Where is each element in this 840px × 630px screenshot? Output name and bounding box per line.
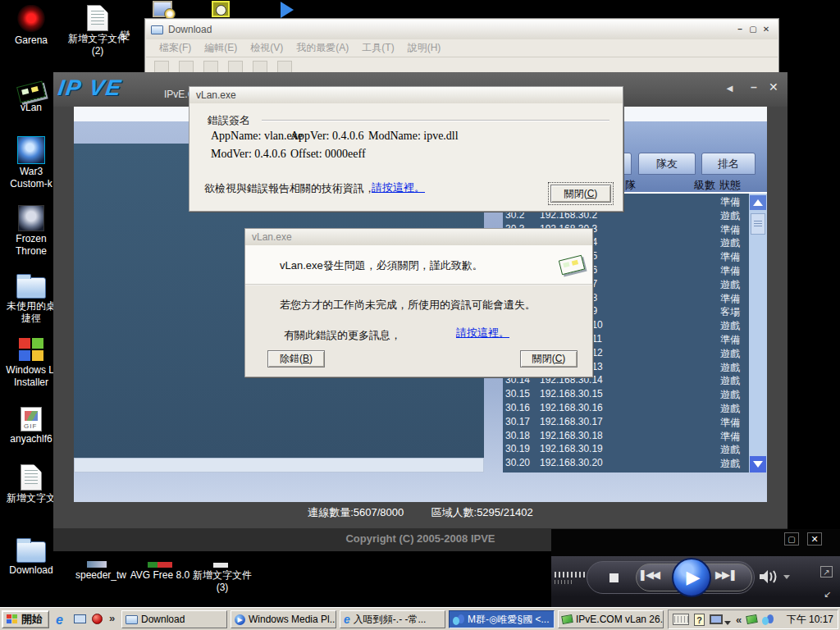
- menu-item[interactable]: 工具(T): [355, 39, 400, 57]
- scroll-thumb[interactable]: [751, 213, 765, 235]
- task-button-msn[interactable]: M群-◎唯愛§國 <...: [449, 610, 555, 628]
- tab-teammates[interactable]: 隊友: [638, 153, 696, 175]
- task-button-folder[interactable]: Download: [121, 610, 227, 628]
- desktop-icon-scheduled-task[interactable]: [212, 1, 230, 17]
- table-row[interactable]: 30.16192.168.30.16遊戲: [503, 402, 767, 415]
- avg-icon-sliver[interactable]: [148, 562, 172, 568]
- wmp-control-bar: ❚◀◀ ▶ ▶▶❚ ↗ ↙: [551, 556, 840, 607]
- table-row[interactable]: 30.17192.168.30.17準備: [503, 416, 767, 429]
- close-button[interactable]: ✕: [807, 532, 822, 546]
- menu-item[interactable]: 檢視(V): [244, 39, 290, 57]
- scroll-down-button[interactable]: [750, 456, 766, 472]
- desktop-icon-new-text-doc[interactable]: 新增文字文: [4, 461, 58, 504]
- messenger-tray-icon[interactable]: [762, 614, 774, 625]
- back-arrow-button[interactable]: ◄: [724, 82, 735, 94]
- download-folder-icon: [4, 533, 58, 563]
- scroll-up-button[interactable]: [750, 195, 766, 210]
- toolbar-button[interactable]: [154, 61, 169, 73]
- previous-button[interactable]: ❚◀◀: [638, 568, 659, 581]
- close-dialog-button[interactable]: 關閉(C): [520, 350, 578, 368]
- task-button-wmp[interactable]: ▶Windows Media Pl...: [231, 610, 336, 628]
- display-icon[interactable]: [710, 614, 723, 624]
- desktop-icon-war3[interactable]: War3 Custom-k: [4, 135, 58, 190]
- stop-button[interactable]: [609, 573, 619, 582]
- download-window-title: Download: [168, 24, 733, 35]
- minimize-button[interactable]: –: [733, 24, 746, 35]
- cell-ip: 192.168.30.19: [540, 443, 603, 454]
- maximize-button[interactable]: ▢: [784, 532, 799, 546]
- desktop-icon-speeder-tw[interactable]: speeder_tw: [71, 568, 131, 582]
- help-icon[interactable]: ?: [694, 614, 705, 626]
- table-row[interactable]: 30.18192.168.30.18準備: [503, 430, 767, 443]
- close-button[interactable]: ✕: [760, 24, 773, 35]
- dialog-titlebar[interactable]: vLan.exe: [189, 87, 623, 103]
- click-here-link[interactable]: 請按這裡。: [372, 180, 425, 195]
- desktop-icon-unused-shortcuts[interactable]: 未使用的桌 捷徑: [4, 269, 58, 325]
- resize-handle-icon[interactable]: ↙: [824, 589, 831, 600]
- desktop-icon-download-folder[interactable]: Download: [4, 533, 58, 577]
- toolbar-button[interactable]: [277, 61, 292, 73]
- desktop-icon-garena[interactable]: Garena: [4, 3, 58, 47]
- cell-ip: 192.168.30.16: [540, 402, 603, 413]
- task-label: 入唔到頻-.- -常...: [354, 613, 427, 627]
- debug-button[interactable]: 除錯(B): [267, 350, 325, 368]
- desktop-icon-label: 新增文字文件 (2): [68, 33, 127, 57]
- equalizer-icon-small: [555, 580, 574, 584]
- close-dialog-button[interactable]: 關閉(C): [550, 185, 611, 203]
- task-button-ie[interactable]: e入唔到頻-.- -常...: [340, 610, 445, 628]
- toolbar-button[interactable]: [228, 61, 243, 73]
- speeder-icon-sliver[interactable]: [87, 561, 107, 568]
- desktop-icon-label: Frozen Throne: [4, 233, 58, 258]
- desktop-icon-new-text-doc-2[interactable]: 新增文字文件 (2): [68, 2, 127, 57]
- tab-ranking[interactable]: 排名: [701, 153, 756, 175]
- tray-chevron[interactable]: «: [736, 614, 742, 626]
- toolbar-button[interactable]: [203, 61, 218, 73]
- desktop-icon-program[interactable]: [153, 1, 172, 17]
- quicklaunch-media-icon[interactable]: [92, 614, 103, 624]
- dialog-titlebar[interactable]: vLan.exe: [245, 229, 592, 245]
- click-here-link[interactable]: 請按這裡。: [456, 326, 509, 340]
- toolbar-button[interactable]: [253, 61, 267, 73]
- keyboard-icon[interactable]: [673, 614, 689, 625]
- menu-item[interactable]: 我的最愛(A): [290, 39, 355, 57]
- close-button[interactable]: ✕: [769, 80, 778, 94]
- garena-icon: [4, 3, 58, 33]
- volume-icon[interactable]: [758, 568, 779, 586]
- next-button[interactable]: ▶▶❚: [715, 568, 736, 581]
- desktop-icon-avg-free[interactable]: AVG Free 8.0: [130, 568, 190, 582]
- desktop-icon-label: 未使用的桌 捷徑: [4, 300, 58, 325]
- desktop-icon-windows-installer[interactable]: Windows Li Installer: [4, 333, 58, 389]
- cell-status: 客場: [720, 305, 740, 319]
- quicklaunch-chevron[interactable]: »: [109, 612, 115, 624]
- desktop-icon-anyachlf6[interactable]: anyachlf6: [4, 402, 58, 445]
- table-row[interactable]: 30.20192.168.30.20遊戲: [503, 457, 767, 470]
- minimize-button[interactable]: –: [751, 80, 757, 94]
- table-row[interactable]: 30.15192.168.30.15遊戲: [503, 388, 767, 401]
- column-header-2: 狀態: [719, 178, 741, 193]
- menu-item[interactable]: 說明(H): [401, 39, 448, 57]
- maximize-button[interactable]: ▢: [746, 24, 760, 35]
- vlan-tray-icon[interactable]: [746, 614, 758, 624]
- quicklaunch-show-desktop-icon[interactable]: [74, 614, 86, 623]
- menu-item[interactable]: 檔案(F): [153, 39, 198, 57]
- play-button[interactable]: ▶: [672, 558, 711, 597]
- horizontal-scrollbar[interactable]: [74, 458, 484, 472]
- cell-status: 遊戲: [720, 361, 740, 375]
- tray-dropdown-icon[interactable]: [724, 621, 731, 625]
- menu-item[interactable]: 編輯(E): [198, 39, 244, 57]
- table-row[interactable]: 30.19192.168.30.19遊戲: [503, 443, 767, 456]
- desktop-icon-media-play[interactable]: [281, 2, 294, 18]
- vertical-scrollbar[interactable]: [749, 194, 767, 472]
- task-button-vlan[interactable]: IPvE.COM vLan 26...: [558, 610, 664, 628]
- quicklaunch-ie-icon[interactable]: e: [56, 614, 63, 625]
- desktop-icon-new-text-doc-3[interactable]: 新增文字文件 (3): [192, 568, 253, 594]
- new-text-doc-2-icon: [68, 2, 127, 31]
- desktop-icon-vlan[interactable]: vLan: [4, 71, 58, 114]
- toolbar-button[interactable]: [179, 61, 194, 73]
- volume-dropdown-icon[interactable]: [783, 575, 790, 579]
- start-button[interactable]: 開始: [2, 610, 49, 628]
- switch-to-full-mode-button[interactable]: ↗: [820, 566, 833, 578]
- download-titlebar[interactable]: Download – ▢ ✕: [146, 20, 778, 39]
- desktop-icon-label-fragment[interactable]: 變: [120, 30, 136, 42]
- desktop-icon-frozen[interactable]: Frozen Throne: [4, 202, 58, 258]
